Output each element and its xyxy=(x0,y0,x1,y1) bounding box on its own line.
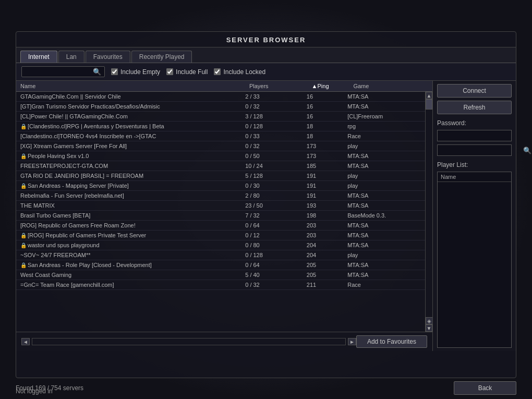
tab-bar: Internet Lan Favourites Recently Played xyxy=(16,47,516,63)
server-players-cell: 0 / 33 xyxy=(241,131,303,141)
table-row[interactable]: [Clandestino.cl]TORNEO 4vs4 Inscribete e… xyxy=(16,131,425,141)
lock-icon: 🔒 xyxy=(20,243,27,248)
server-list-container: Name Players ▲Ping Game GTAGamingChile.C… xyxy=(16,81,432,351)
scroll-track[interactable] xyxy=(426,99,432,317)
table-row[interactable]: 🔒wastor und spus playground0 / 80204MTA:… xyxy=(16,240,425,250)
lock-icon: 🔒 xyxy=(20,262,27,268)
server-name-cell: 🔒People Having Sex v1.0 xyxy=(16,151,241,161)
table-row[interactable]: [ROG] Republic of Gamers Free Roam Zone!… xyxy=(16,221,425,231)
table-row[interactable]: THE MATRIX23 / 50193MTA:SA xyxy=(16,201,425,211)
scroll-up-button[interactable]: ▲ xyxy=(426,92,432,99)
table-row[interactable]: 🔒[ROG] Republic of Gamers Private Test S… xyxy=(16,231,425,240)
tab-favourites[interactable]: Favourites xyxy=(86,51,130,63)
table-row[interactable]: West Coast Gaming5 / 40205MTA:SA xyxy=(16,270,425,280)
server-players-cell: 5 / 40 xyxy=(241,270,303,280)
add-to-favourites-button[interactable]: Add to Favourites xyxy=(356,335,427,348)
server-ping-cell: 18 xyxy=(303,122,343,131)
server-ping-cell: 203 xyxy=(303,231,343,240)
scroll-down-button[interactable]: ▼ xyxy=(426,324,432,332)
server-game-cell: MTA:SA xyxy=(343,151,425,161)
server-game-cell: Race xyxy=(343,131,425,141)
back-button[interactable]: Back xyxy=(454,381,516,395)
server-ping-cell: 191 xyxy=(303,181,343,191)
include-locked-checkbox-group[interactable]: Include Locked xyxy=(214,68,265,76)
include-full-checkbox[interactable] xyxy=(166,68,173,75)
server-ping-cell: 205 xyxy=(303,260,343,270)
table-row[interactable]: =GnC= Team Race [gamenchill.com]0 / 3221… xyxy=(16,280,425,290)
scroll-left-button[interactable]: ◄ xyxy=(21,338,30,345)
table-row[interactable]: GTAGamingChile.Com || Servidor Chile2 / … xyxy=(16,92,425,102)
table-row[interactable]: Rebelmafia - Fun Server [rebelmafia.net]… xyxy=(16,191,425,201)
search-input[interactable] xyxy=(25,68,93,76)
password-input[interactable] xyxy=(437,130,512,141)
bottom-bar: ◄ ► Add to Favourites xyxy=(16,332,432,351)
server-game-cell: MTA:SA xyxy=(343,92,425,102)
tab-lan[interactable]: Lan xyxy=(58,51,84,63)
table-header-row: Name Players ▲Ping Game xyxy=(16,81,432,92)
server-name-cell: Brasil Turbo Games [BETA] xyxy=(16,211,241,221)
scroll-page-icon[interactable]: ◈ xyxy=(426,317,432,324)
refresh-button[interactable]: Refresh xyxy=(437,101,512,114)
vertical-scrollbar[interactable]: ▲ ◈ ▼ xyxy=(425,92,432,332)
col-players[interactable]: Players xyxy=(245,81,308,92)
lock-icon: 🔒 xyxy=(20,233,27,238)
table-row[interactable]: ~SOV~ 24/7 FREEROAM**0 / 128204play xyxy=(16,250,425,260)
server-game-cell: play xyxy=(343,250,425,260)
tab-internet[interactable]: Internet xyxy=(20,51,57,63)
search-icon: 🔍 xyxy=(93,68,101,76)
scroll-thumb[interactable] xyxy=(426,99,432,110)
table-row[interactable]: 🔒People Having Sex v1.00 / 50173MTA:SA xyxy=(16,151,425,161)
server-game-cell: BaseMode 0.3. xyxy=(343,211,425,221)
tab-recently-played[interactable]: Recently Played xyxy=(131,51,192,63)
server-game-cell: MTA:SA xyxy=(343,191,425,201)
main-window: SERVER BROWSER Internet Lan Favourites R… xyxy=(16,31,516,378)
server-name-cell: [GT]Gran Turismo Servidor Practicas/Desa… xyxy=(16,102,241,112)
scroll-right-button[interactable]: ► xyxy=(348,338,356,345)
player-list-column-header: Name xyxy=(438,172,511,182)
server-name-cell: 🔒San Andreas - Mapping Server [Private] xyxy=(16,181,241,191)
include-empty-checkbox-group[interactable]: Include Empty xyxy=(111,68,160,76)
col-game[interactable]: Game xyxy=(349,81,432,92)
table-row[interactable]: [CL]Power Chile! || GTAGamingChile.Com3 … xyxy=(16,112,425,122)
table-row[interactable]: FREESTATEPROJECT-GTA.COM10 / 24185MTA:SA xyxy=(16,161,425,171)
server-players-cell: 3 / 128 xyxy=(241,112,303,122)
include-full-checkbox-group[interactable]: Include Full xyxy=(166,68,208,76)
server-name-cell: West Coast Gaming xyxy=(16,270,241,280)
server-players-cell: 0 / 12 xyxy=(241,231,303,240)
table-row[interactable]: 🔒San Andreas - Mapping Server [Private]0… xyxy=(16,181,425,191)
player-search-input[interactable] xyxy=(438,145,521,155)
password-label: Password: xyxy=(437,119,512,127)
horizontal-scrollbar-container: ◄ ► xyxy=(21,338,356,345)
table-row[interactable]: Brasil Turbo Games [BETA]7 / 32198BaseMo… xyxy=(16,211,425,221)
server-game-cell: MTA:SA xyxy=(343,201,425,211)
server-ping-cell: 198 xyxy=(303,211,343,221)
col-name[interactable]: Name xyxy=(16,81,245,92)
server-ping-cell: 191 xyxy=(303,191,343,201)
server-data-table: GTAGamingChile.Com || Servidor Chile2 / … xyxy=(16,92,425,290)
right-panel: Connect Refresh Password: 🔍 Player List:… xyxy=(432,81,516,351)
server-game-cell: MTA:SA xyxy=(343,270,425,280)
table-row[interactable]: [GT]Gran Turismo Servidor Practicas/Desa… xyxy=(16,102,425,112)
server-game-cell: MTA:SA xyxy=(343,231,425,240)
lock-icon: 🔒 xyxy=(20,124,27,129)
table-row[interactable]: 🔒[Clandestino.cl]RPG | Aventuras y Desve… xyxy=(16,122,425,131)
server-players-cell: 0 / 32 xyxy=(241,141,303,151)
server-game-cell: MTA:SA xyxy=(343,260,425,270)
server-game-cell: [CL]Freeroam xyxy=(343,112,425,122)
include-empty-checkbox[interactable] xyxy=(111,68,118,75)
server-name-cell: [Clandestino.cl]TORNEO 4vs4 Inscribete e… xyxy=(16,131,241,141)
server-game-cell: MTA:SA xyxy=(343,161,425,171)
table-row[interactable]: [XG] Xtream Gamers Server [Free For All]… xyxy=(16,141,425,151)
table-row[interactable]: 🔒San Andreas - Role Play [Closed - Devel… xyxy=(16,260,425,270)
search-box: 🔍 xyxy=(21,66,105,77)
include-locked-checkbox[interactable] xyxy=(214,68,221,75)
server-ping-cell: 211 xyxy=(303,280,343,290)
lock-icon: 🔒 xyxy=(20,183,27,189)
connect-button[interactable]: Connect xyxy=(437,84,512,98)
server-name-cell: THE MATRIX xyxy=(16,201,241,211)
horizontal-scroll-track[interactable] xyxy=(32,338,346,345)
server-players-cell: 5 / 128 xyxy=(241,171,303,181)
table-row[interactable]: GTA RIO DE JANEIRO [BRASIL] = FREEROAM5 … xyxy=(16,171,425,181)
server-scroll-wrapper[interactable]: GTAGamingChile.Com || Servidor Chile2 / … xyxy=(16,92,425,332)
col-ping[interactable]: ▲Ping xyxy=(308,81,349,92)
